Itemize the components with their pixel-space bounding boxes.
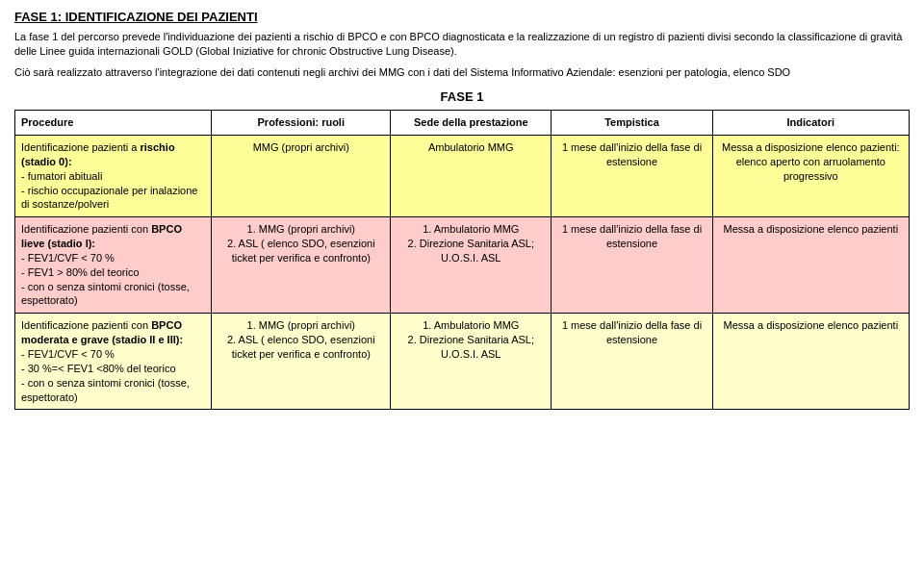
tempistica-cell-1: 1 mese dall'inizio della fase di estensi… (552, 136, 712, 217)
table-row: Identificazione pazienti con BPCO modera… (15, 314, 910, 410)
intro-paragraph-2: Ciò sarà realizzato attraverso l'integra… (14, 65, 910, 80)
professioni-cell-1: MMG (propri archivi) (212, 136, 391, 217)
header-tempistica: Tempistica (552, 111, 712, 136)
sede-cell-1: Ambulatorio MMG (391, 136, 552, 217)
indicatori-cell-2: Messa a disposizione elenco pazienti (712, 217, 909, 314)
indicatori-cell-3: Messa a disposizione elenco pazienti (712, 314, 909, 410)
procedure-cell-3: Identificazione pazienti con BPCO modera… (15, 314, 212, 410)
tempistica-cell-3: 1 mese dall'inizio della fase di estensi… (552, 314, 712, 410)
fase-label: FASE 1 (14, 89, 910, 104)
sede-cell-3: 1. Ambulatorio MMG 2. Direzione Sanitari… (391, 314, 552, 410)
header-sede: Sede della prestazione (391, 111, 552, 136)
header-indicatori: Indicatori (712, 111, 909, 136)
tempistica-cell-2: 1 mese dall'inizio della fase di estensi… (552, 217, 712, 314)
sede-cell-2: 1. Ambulatorio MMG 2. Direzione Sanitari… (391, 217, 552, 314)
header-procedure: Procedure (15, 111, 212, 136)
intro-paragraph-1: La fase 1 del percorso prevede l'individ… (14, 30, 910, 60)
table-row: Identificazione pazienti con BPCO lieve … (15, 217, 910, 314)
professioni-cell-3: 1. MMG (propri archivi) 2. ASL ( elenco … (212, 314, 391, 410)
header-professioni: Professioni: ruoli (212, 111, 391, 136)
procedure-cell-2: Identificazione pazienti con BPCO lieve … (15, 217, 212, 314)
main-table: Procedure Professioni: ruoli Sede della … (14, 110, 910, 410)
indicatori-cell-1: Messa a disposizione elenco pazienti: el… (712, 136, 909, 217)
page-title: FASE 1: IDENTIFICAZIONE DEI PAZIENTI (14, 10, 910, 24)
professioni-cell-2: 1. MMG (propri archivi) 2. ASL ( elenco … (212, 217, 391, 314)
procedure-cell-1: Identificazione pazienti a rischio (stad… (15, 136, 212, 217)
table-row: Identificazione pazienti a rischio (stad… (15, 136, 910, 217)
